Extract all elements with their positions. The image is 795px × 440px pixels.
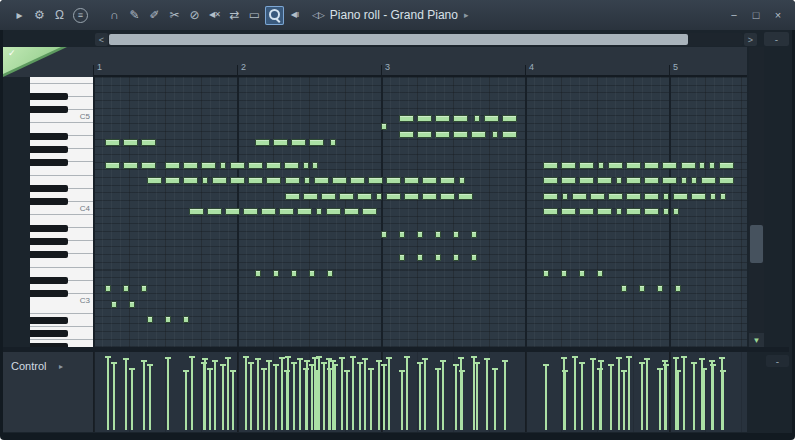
black-key[interactable] (30, 198, 68, 205)
scroll-down-button[interactable]: ▼ (749, 333, 764, 347)
channel-preview-icon[interactable]: ◁▷ (312, 10, 324, 20)
black-key[interactable] (30, 106, 68, 113)
velocity-line[interactable] (504, 360, 506, 430)
velocity-line[interactable] (149, 364, 151, 430)
velocity-line[interactable] (257, 358, 259, 430)
midi-note[interactable] (147, 177, 162, 184)
midi-note[interactable] (453, 131, 468, 138)
close-button[interactable]: × (771, 7, 785, 23)
midi-note[interactable] (220, 162, 226, 169)
velocity-line[interactable] (370, 368, 372, 430)
slice-tool-icon[interactable]: ✂ (165, 6, 184, 25)
velocity-line[interactable] (334, 364, 336, 430)
menu-icon[interactable]: ≡ (73, 8, 88, 23)
midi-note[interactable] (435, 231, 441, 238)
velocity-line[interactable] (329, 368, 331, 430)
velocity-line[interactable] (378, 360, 380, 430)
midi-note[interactable] (471, 131, 486, 138)
velocity-line[interactable] (352, 356, 354, 430)
black-key[interactable] (30, 159, 68, 166)
midi-note[interactable] (255, 270, 261, 277)
midi-note[interactable] (621, 285, 627, 292)
velocity-line[interactable] (646, 358, 648, 430)
midi-note[interactable] (561, 208, 576, 215)
midi-note[interactable] (720, 193, 726, 200)
midi-note[interactable] (183, 316, 189, 323)
midi-note[interactable] (404, 193, 419, 200)
velocity-line[interactable] (191, 356, 193, 430)
midi-note[interactable] (597, 270, 603, 277)
midi-note[interactable] (681, 162, 696, 169)
black-key[interactable] (30, 290, 68, 297)
midi-note[interactable] (561, 177, 576, 184)
midi-note[interactable] (663, 193, 669, 200)
midi-note[interactable] (248, 162, 263, 169)
midi-note[interactable] (453, 254, 459, 261)
velocity-line[interactable] (693, 362, 695, 430)
midi-note[interactable] (321, 193, 336, 200)
midi-note[interactable] (417, 115, 432, 122)
midi-note[interactable] (105, 285, 111, 292)
black-key[interactable] (30, 93, 68, 100)
velocity-line[interactable] (204, 358, 206, 430)
midi-note[interactable] (202, 177, 208, 184)
midi-note[interactable] (590, 193, 605, 200)
midi-note[interactable] (502, 115, 517, 122)
midi-note[interactable] (399, 131, 414, 138)
midi-note[interactable] (644, 193, 659, 200)
midi-note[interactable] (362, 208, 377, 215)
midi-note[interactable] (719, 177, 734, 184)
midi-note[interactable] (404, 177, 419, 184)
midi-note[interactable] (616, 177, 622, 184)
snap-magnet-icon[interactable]: ∩ (105, 6, 124, 25)
velocity-line[interactable] (442, 360, 444, 430)
title-dropdown-arrow-icon[interactable]: ▸ (464, 10, 469, 20)
velocity-line[interactable] (581, 362, 583, 430)
midi-note[interactable] (562, 193, 568, 200)
piano-keyboard[interactable]: C5C4C3 (30, 77, 93, 347)
maximize-button[interactable]: □ (749, 7, 763, 23)
velocity-line[interactable] (227, 357, 229, 430)
midi-note[interactable] (266, 162, 281, 169)
midi-note[interactable] (285, 177, 300, 184)
velocity-line[interactable] (268, 360, 270, 430)
midi-note[interactable] (201, 162, 216, 169)
midi-note[interactable] (189, 208, 204, 215)
midi-note[interactable] (297, 208, 312, 215)
midi-note[interactable] (597, 177, 612, 184)
pencil-tool-icon[interactable]: ✎ (125, 6, 144, 25)
midi-note[interactable] (248, 177, 263, 184)
midi-note[interactable] (543, 208, 558, 215)
velocity-line[interactable] (275, 364, 277, 430)
midi-note[interactable] (459, 177, 465, 184)
mute-tool-icon[interactable]: ◀✕ (205, 6, 224, 25)
midi-note[interactable] (368, 177, 383, 184)
delete-tool-icon[interactable]: ⊘ (185, 6, 204, 25)
control-lane-label[interactable]: Control (11, 360, 46, 372)
midi-note[interactable] (309, 139, 324, 146)
midi-note[interactable] (129, 301, 135, 308)
titlebar[interactable]: ▸⚙Ω≡∩✎✐✂⊘◀✕⇄▭◀‖ ◁▷ Piano roll - Grand Pi… (0, 0, 795, 30)
black-key[interactable] (30, 251, 68, 258)
midi-note[interactable] (675, 285, 681, 292)
midi-note[interactable] (422, 193, 437, 200)
midi-note[interactable] (284, 162, 299, 169)
midi-note[interactable] (123, 139, 138, 146)
velocity-line[interactable] (346, 370, 348, 430)
velocity-line[interactable] (214, 360, 216, 430)
slip-tool-icon[interactable]: ⇄ (225, 6, 244, 25)
midi-note[interactable] (484, 115, 499, 122)
midi-note[interactable] (165, 177, 180, 184)
velocity-line[interactable] (143, 360, 145, 430)
velocity-line[interactable] (281, 357, 283, 430)
velocity-line[interactable] (263, 368, 265, 430)
minimize-button[interactable]: − (727, 7, 741, 23)
midi-note[interactable] (386, 193, 401, 200)
wrench-icon[interactable]: ⚙ (30, 6, 49, 25)
scroll-left-button[interactable]: < (95, 33, 108, 46)
select-tool-icon[interactable]: ▭ (245, 6, 264, 25)
options-arrow-icon[interactable]: ▸ (10, 6, 29, 25)
midi-note[interactable] (561, 162, 576, 169)
velocity-line[interactable] (628, 356, 630, 430)
note-grid[interactable] (93, 77, 747, 347)
